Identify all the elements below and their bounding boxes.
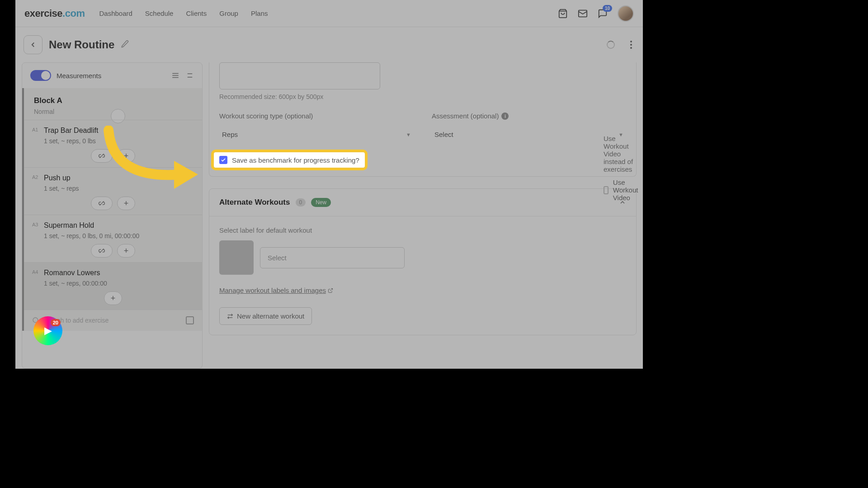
label-select[interactable]: Select <box>260 247 405 268</box>
label-image-slot[interactable] <box>219 240 254 275</box>
use-video-checkbox[interactable]: Use Workout Video <box>604 178 642 202</box>
block-header[interactable]: Block A Normal <box>24 88 202 120</box>
more-menu-button[interactable] <box>627 38 635 52</box>
assessment-label: Assessment (optional) i <box>432 112 626 120</box>
exercise-index: A1 <box>32 127 38 132</box>
exercise-detail: 1 set, ~ reps, 00:00:00 <box>44 280 194 287</box>
info-icon[interactable]: i <box>501 113 509 120</box>
exercise-item[interactable]: A4 Romanov Lowers 1 set, ~ reps, 00:00:0… <box>24 262 202 310</box>
nav-plans[interactable]: Plans <box>251 9 268 17</box>
external-link-icon <box>328 288 333 293</box>
use-video-label: Use Workout Video <box>613 178 642 202</box>
nav-links: Dashboard Schedule Clients Group Plans <box>99 9 268 17</box>
page-title: New Routine <box>49 38 114 51</box>
chat-icon[interactable]: 10 <box>598 9 608 19</box>
nav-icons: 10 <box>558 5 634 22</box>
unlink-button[interactable] <box>91 197 113 210</box>
main-panel: Recommended size: 600px by 500px Use Wor… <box>209 62 637 369</box>
checkbox-checked-icon <box>219 156 227 164</box>
benchmark-label: Save as benchmark for progress tracking? <box>232 156 359 164</box>
floating-help-button[interactable]: 20 ▶ <box>33 316 62 345</box>
add-button[interactable]: + <box>117 244 135 258</box>
exercise-name: Superman Hold <box>44 221 194 230</box>
measurements-label: Measurements <box>57 72 166 80</box>
avatar[interactable] <box>618 5 634 22</box>
exercise-name: Romanov Lowers <box>44 269 194 277</box>
exercise-detail: 1 set, ~ reps <box>44 185 194 192</box>
exercise-item[interactable]: A1 Trap Bar Deadlift 1 set, ~ reps, 0 lb… <box>24 120 202 167</box>
nav-schedule[interactable]: Schedule <box>145 9 174 17</box>
exercise-item[interactable]: A3 Superman Hold 1 set, ~ reps, 0 lbs, 0… <box>24 215 202 262</box>
new-alternate-button[interactable]: New alternate workout <box>219 307 312 325</box>
unlink-button[interactable] <box>91 244 113 258</box>
logo-text-1: exercise <box>24 8 62 19</box>
unlink-button[interactable] <box>91 149 113 163</box>
exercise-detail: 1 set, ~ reps, 0 lbs <box>44 137 194 145</box>
logo-text-2: .com <box>62 8 85 19</box>
measurements-toggle[interactable] <box>30 70 51 81</box>
scoring-select[interactable]: Reps ▼ <box>219 126 414 143</box>
image-upload-box[interactable] <box>219 62 380 89</box>
search-action-icon[interactable] <box>186 316 194 324</box>
page-header: New Routine <box>15 27 643 62</box>
chevron-down-icon: ▼ <box>406 132 411 137</box>
alternate-title: Alternate Workouts <box>219 198 290 207</box>
select-label-hint: Select label for default workout <box>219 226 626 234</box>
add-button[interactable]: + <box>104 291 122 305</box>
nav-clients[interactable]: Clients <box>186 9 207 17</box>
scoring-value: Reps <box>222 131 238 138</box>
exercise-detail: 1 set, ~ reps, 0 lbs, 0 mi, 00:00:00 <box>44 232 194 239</box>
chevron-right-icon: ▶ <box>44 325 52 337</box>
assessment-select[interactable]: Select ▼ <box>432 126 626 143</box>
exercise-index: A3 <box>32 222 38 227</box>
checkbox-icon <box>604 186 609 194</box>
compact-view-icon[interactable] <box>186 71 194 80</box>
shopping-bag-icon[interactable] <box>558 9 568 19</box>
manage-labels-link[interactable]: Manage workout labels and images <box>219 286 333 294</box>
new-badge: New <box>311 198 331 207</box>
exercise-item[interactable]: A2 Push up 1 set, ~ reps + <box>24 167 202 215</box>
pencil-icon[interactable] <box>121 40 129 50</box>
notification-badge: 10 <box>603 5 612 12</box>
alternate-header[interactable]: Alternate Workouts 0 New <box>209 189 636 216</box>
swap-icon <box>227 313 233 319</box>
top-nav: exercise.com Dashboard Schedule Clients … <box>15 0 643 27</box>
loading-spinner-icon <box>607 41 615 49</box>
nav-dashboard[interactable]: Dashboard <box>99 9 132 17</box>
exercise-name: Push up <box>44 174 194 182</box>
back-button[interactable] <box>24 35 42 54</box>
block-title: Block A <box>34 96 192 105</box>
exercise-index: A2 <box>32 174 38 180</box>
recommended-size-text: Recommended size: 600px by 500px <box>219 93 626 100</box>
alternate-workouts-panel: Alternate Workouts 0 New Select label fo… <box>209 188 637 335</box>
block-card: Block A Normal A1 Trap Bar Deadlift 1 se… <box>22 88 202 331</box>
alternate-count-badge: 0 <box>296 198 306 206</box>
nav-group[interactable]: Group <box>219 9 238 17</box>
scoring-label: Workout scoring type (optional) <box>219 112 414 120</box>
logo[interactable]: exercise.com <box>24 8 85 19</box>
benchmark-checkbox[interactable]: Save as benchmark for progress tracking? <box>219 156 359 164</box>
float-badge-count: 20 <box>51 319 61 326</box>
add-button[interactable]: + <box>117 197 135 210</box>
exercise-name: Trap Bar Deadlift <box>44 127 194 135</box>
measurements-row: Measurements <box>22 63 202 88</box>
video-hint-label: Use Workout Video instead of exercises <box>604 135 642 173</box>
assessment-value: Select <box>434 131 453 138</box>
add-button[interactable]: + <box>117 149 135 163</box>
mail-icon[interactable] <box>578 9 588 19</box>
exercise-index: A4 <box>32 269 38 275</box>
list-view-icon[interactable] <box>171 71 179 80</box>
